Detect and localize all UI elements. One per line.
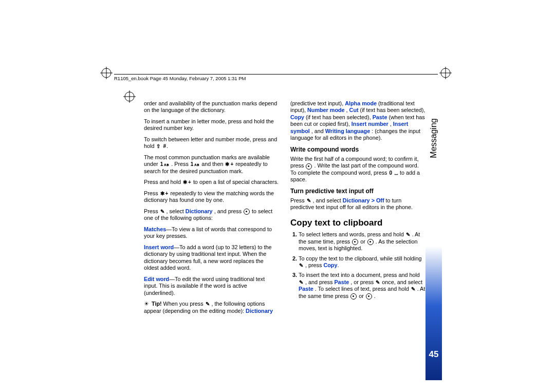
heading-turn-off: Turn predictive text input off bbox=[290, 188, 425, 195]
paragraph: Write the first half of a compound word;… bbox=[290, 156, 425, 183]
crop-info-text: R1105_en.book Page 45 Monday, February 7… bbox=[114, 76, 246, 81]
one-key-icon bbox=[160, 161, 164, 168]
tip-icon bbox=[144, 301, 150, 307]
paragraph: Press , and select Dictionary > Off to t… bbox=[290, 197, 425, 211]
left-column: order and availability of the punctuatio… bbox=[144, 100, 279, 319]
steps-list: To select letters and words, press and h… bbox=[290, 231, 425, 300]
pen-key-icon bbox=[160, 209, 165, 215]
crop-mark-tr bbox=[439, 67, 452, 79]
heading-copy-clipboard: Copy text to clipboard bbox=[290, 217, 425, 228]
header-crop-info: R1105_en.book Page 45 Monday, February 7… bbox=[114, 74, 438, 81]
nav-down-icon bbox=[350, 293, 357, 300]
nav-up-icon bbox=[366, 293, 372, 300]
paragraph: Press repeatedly to view the matching wo… bbox=[144, 190, 279, 204]
tip: Tip! When you press , the following opti… bbox=[144, 301, 279, 314]
nav-key-icon bbox=[244, 209, 250, 215]
hash-key-icon bbox=[162, 143, 166, 150]
paragraph: order and availability of the punctuatio… bbox=[144, 100, 279, 114]
link-dictionary: Dictionary bbox=[246, 308, 273, 314]
option-matches: Matches bbox=[144, 226, 166, 232]
crop-mark-inner-tl bbox=[123, 90, 136, 103]
side-tab: Messaging 45 bbox=[425, 82, 442, 380]
pen-key-icon bbox=[306, 198, 311, 204]
paragraph: To insert a number in letter mode, press… bbox=[144, 118, 279, 132]
right-column: (predictive text input), Alpha mode (tra… bbox=[290, 100, 425, 319]
nav-right-icon bbox=[306, 163, 312, 170]
paragraph: The most common punctuation marks are av… bbox=[144, 154, 279, 175]
star-key-icon bbox=[225, 161, 230, 168]
paragraph: To switch between letter and number mode… bbox=[144, 136, 279, 150]
star-key-icon bbox=[160, 191, 165, 197]
step-2: To copy the text to the clipboard, while… bbox=[299, 255, 425, 269]
option-insert-word: Insert word bbox=[144, 244, 174, 250]
paragraph: Matches—To view a list of words that cor… bbox=[144, 226, 279, 240]
step-1: To select letters and words, press and h… bbox=[299, 231, 425, 252]
heading-write-compound: Write compound words bbox=[290, 146, 425, 154]
plus-key-icon bbox=[165, 191, 169, 197]
star-key-icon bbox=[182, 179, 188, 186]
paragraph: Press and hold to open a list of special… bbox=[144, 179, 279, 185]
paragraph: (predictive text input), Alpha mode (tra… bbox=[290, 100, 425, 142]
abc-key-icon bbox=[194, 162, 200, 167]
plus-key-icon bbox=[230, 161, 234, 168]
paragraph: Edit word—To edit the word using traditi… bbox=[144, 276, 279, 296]
zero-key-icon bbox=[388, 170, 393, 177]
pen-key-icon bbox=[411, 286, 416, 293]
page-body: order and availability of the punctuatio… bbox=[144, 100, 425, 319]
pen-key-icon bbox=[405, 232, 411, 238]
nav-left-icon bbox=[352, 239, 358, 245]
pen-key-icon bbox=[299, 263, 304, 269]
plus-key-icon bbox=[188, 179, 192, 186]
shift-key-icon bbox=[156, 143, 161, 150]
pen-key-icon bbox=[205, 301, 210, 308]
nav-right-icon bbox=[367, 239, 374, 245]
option-edit-word: Edit word bbox=[144, 276, 169, 282]
space-key-icon: ⎵ bbox=[394, 170, 398, 177]
crop-mark-tl bbox=[100, 67, 113, 79]
step-3: To insert the text into a document, pres… bbox=[299, 272, 425, 300]
pen-key-icon bbox=[299, 279, 304, 286]
link-dictionary: Dictionary bbox=[186, 208, 213, 214]
one-key-icon bbox=[190, 161, 194, 168]
pen-key-icon bbox=[375, 279, 380, 286]
abc-key-icon bbox=[163, 162, 170, 167]
paragraph: Insert word—To add a word (up to 32 lett… bbox=[144, 244, 279, 272]
paragraph: Press , select Dictionary , and press to… bbox=[144, 208, 279, 222]
page-number: 45 bbox=[425, 349, 442, 360]
section-label: Messaging bbox=[429, 118, 438, 158]
